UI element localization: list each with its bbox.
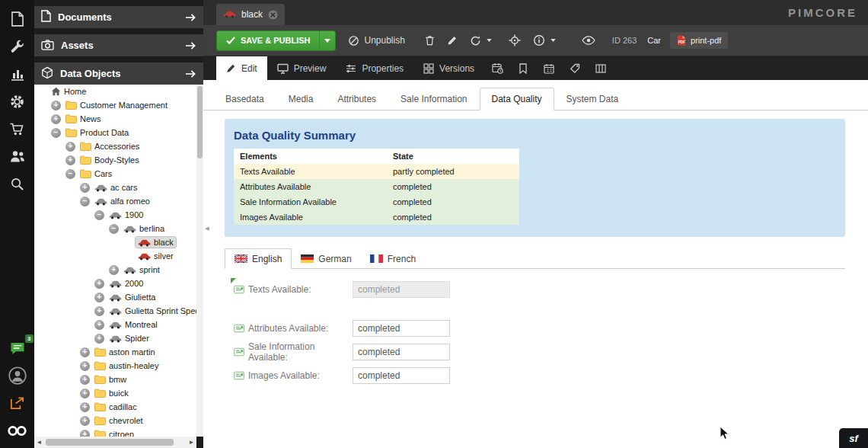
scrollbar-thumb[interactable] <box>46 439 174 446</box>
delete-button[interactable] <box>419 30 441 51</box>
tags-icon-button[interactable] <box>562 56 588 80</box>
expand-icon[interactable]: + <box>94 320 104 330</box>
tree-item-spider[interactable]: +Spider <box>34 331 196 345</box>
panel-header-assets[interactable]: Assets <box>34 34 203 56</box>
tab-system-data[interactable]: System Data <box>554 88 631 110</box>
field-input-images-available[interactable] <box>353 367 450 384</box>
expand-icon[interactable]: + <box>65 142 75 152</box>
field-input-attributes-available[interactable] <box>353 320 450 337</box>
tree-item-alfa-romeo[interactable]: −alfa romeo <box>34 194 196 208</box>
collapse-icon[interactable]: − <box>80 197 90 206</box>
search-icon[interactable] <box>7 174 28 194</box>
expand-icon[interactable]: + <box>94 334 104 344</box>
panel-header-documents[interactable]: Documents <box>34 6 203 28</box>
save-publish-button[interactable]: SAVE & PUBLISH <box>216 30 336 51</box>
expand-icon[interactable]: + <box>80 416 90 426</box>
collapse-icon[interactable]: − <box>65 169 75 179</box>
unpublish-button[interactable]: Unpublish <box>342 30 410 51</box>
tree-item-buick[interactable]: +buick <box>34 386 196 400</box>
tree-item-sprint[interactable]: +sprint <box>34 263 196 277</box>
tab-basedata[interactable]: Basedata <box>213 88 276 110</box>
tab-sale-information[interactable]: Sale Information <box>388 88 479 110</box>
expand-icon[interactable]: + <box>65 155 75 165</box>
tree-item-gulietta-sprint-specia[interactable]: +Gulietta Sprint Specia... <box>34 304 196 318</box>
info-button[interactable] <box>527 30 562 51</box>
tree-item-body-styles[interactable]: +Body-Styles <box>34 153 196 167</box>
expand-icon[interactable]: + <box>94 306 104 316</box>
sidebar-collapse-handle[interactable]: ◀ <box>204 219 210 238</box>
grid-columns-icon-button[interactable] <box>588 56 614 80</box>
user-profile-icon[interactable] <box>7 366 28 386</box>
tree-item-austin-healey[interactable]: +austin-healey <box>34 359 196 373</box>
scroll-left-arrow-icon[interactable]: ◄ <box>34 437 44 448</box>
chart-icon[interactable] <box>7 64 28 84</box>
tab-media[interactable]: Media <box>276 88 326 110</box>
open-panel-arrow-icon[interactable] <box>185 41 196 50</box>
tree-item-giulietta[interactable]: +Giulietta <box>34 290 196 304</box>
tree-item-berlina[interactable]: −berlina <box>34 222 196 235</box>
tree-vertical-scrollbar[interactable] <box>196 85 203 437</box>
tree-item-customer-management[interactable]: +Customer Management <box>34 98 196 112</box>
open-preview-eye-button[interactable] <box>576 30 602 51</box>
tree-item-news[interactable]: +News <box>34 112 196 126</box>
expand-icon[interactable]: + <box>94 279 104 289</box>
settings-gear-icon[interactable] <box>7 91 28 111</box>
tree-horizontal-scrollbar[interactable]: ◄ ► <box>34 437 196 448</box>
tree-item-cadillac[interactable]: +cadillac <box>34 400 196 414</box>
tree-item-1900[interactable]: −1900 <box>34 208 196 222</box>
tree-item-silver[interactable]: silver <box>34 249 196 263</box>
calendar-icon-button[interactable] <box>536 56 562 80</box>
rename-pencil-button[interactable] <box>441 30 464 51</box>
expand-icon[interactable]: + <box>80 183 90 193</box>
expand-icon[interactable]: + <box>80 361 90 371</box>
panel-header-data-objects[interactable]: Data Objects <box>34 62 203 85</box>
tree-item-black[interactable]: black <box>34 235 196 249</box>
collapse-icon[interactable]: − <box>94 210 104 220</box>
logout-icon[interactable] <box>7 393 28 413</box>
users-icon[interactable] <box>7 146 28 166</box>
locate-in-tree-button[interactable] <box>503 30 527 51</box>
ecommerce-cart-icon[interactable] <box>7 119 28 139</box>
print-pdf-button[interactable]: PDF print-pdf <box>670 32 728 49</box>
open-panel-arrow-icon[interactable] <box>185 13 196 22</box>
collapse-icon[interactable]: − <box>51 128 61 138</box>
expand-icon[interactable]: + <box>80 430 90 437</box>
language-tab-english[interactable]: English <box>225 248 292 269</box>
file-icon[interactable] <box>7 9 28 29</box>
tree-item-cars[interactable]: −Cars <box>34 167 196 181</box>
expand-icon[interactable]: + <box>94 293 104 302</box>
tree-item-product-data[interactable]: −Product Data <box>34 126 196 139</box>
tab-data-quality[interactable]: Data Quality <box>480 88 554 110</box>
tree-item-2000[interactable]: +2000 <box>34 277 196 290</box>
tools-wrench-icon[interactable] <box>7 37 28 56</box>
schedule-icon-button[interactable] <box>484 56 510 80</box>
tree-item-chevrolet[interactable]: +chevrolet <box>34 414 196 427</box>
save-options-dropdown[interactable] <box>319 31 335 50</box>
expand-icon[interactable]: + <box>80 389 90 398</box>
tab-black[interactable]: black <box>216 4 285 25</box>
collapse-icon[interactable]: − <box>109 224 119 234</box>
close-tab-icon[interactable] <box>268 10 278 20</box>
tab-preview[interactable]: Preview <box>267 56 337 80</box>
tree-item-bmw[interactable]: +bmw <box>34 373 196 386</box>
scrollbar-thumb[interactable] <box>197 86 203 158</box>
expand-icon[interactable]: + <box>80 375 90 385</box>
tree-item-citroen[interactable]: +citroen <box>34 427 196 437</box>
field-input-sale-information-available[interactable] <box>353 344 450 360</box>
symfony-profiler-badge[interactable]: sf <box>839 428 868 448</box>
open-panel-arrow-icon[interactable] <box>185 69 196 78</box>
tab-edit[interactable]: Edit <box>216 56 267 80</box>
tree-item-montreal[interactable]: +Montreal <box>34 318 196 331</box>
tree-item-home[interactable]: Home <box>34 85 196 98</box>
expand-icon[interactable]: + <box>51 101 61 110</box>
expand-icon[interactable]: + <box>109 265 119 275</box>
tree-item-ac-cars[interactable]: +ac cars <box>34 181 196 194</box>
tab-versions[interactable]: Versions <box>413 56 484 80</box>
tree-item-aston-martin[interactable]: +aston martin <box>34 345 196 359</box>
tree-item-accessories[interactable]: +Accessories <box>34 139 196 153</box>
notes-bookmark-icon-button[interactable] <box>510 56 536 80</box>
language-tab-german[interactable]: German <box>292 248 360 269</box>
expand-icon[interactable]: + <box>51 114 61 124</box>
notifications-icon[interactable]: 3 <box>7 338 28 358</box>
language-tab-french[interactable]: French <box>361 248 425 269</box>
